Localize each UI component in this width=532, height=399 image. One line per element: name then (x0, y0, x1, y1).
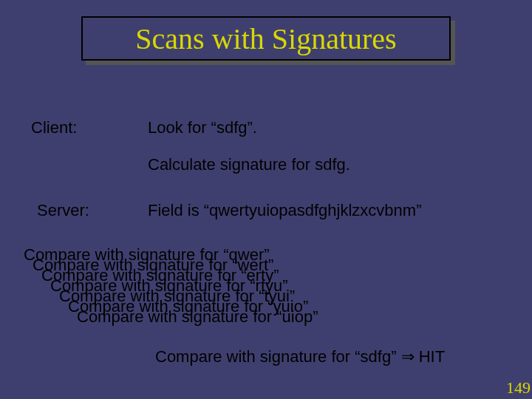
client-line-2: Calculate signature for sdfg. (148, 155, 350, 174)
server-line-1: Field is “qwertyuiopasdfghjklzxcvbnm” (148, 201, 421, 220)
implies-icon: ⇒ (401, 347, 415, 366)
compare-cascade: Compare with signature for “qwer” Compar… (24, 250, 318, 322)
hit-prefix: Compare with signature for “sdfg” (155, 347, 401, 366)
slide-title: Scans with Signatures (135, 22, 396, 55)
page-number: 149 (506, 378, 531, 398)
client-label: Client: (31, 118, 77, 137)
server-label: Server: (37, 201, 89, 220)
title-container: Scans with Signatures (81, 16, 451, 61)
client-line-1: Look for “sdfg”. (148, 118, 257, 137)
cascade-line-7: Compare with signature for “uiop” (77, 312, 318, 322)
hit-suffix: HIT (415, 347, 446, 366)
hit-line: Compare with signature for “sdfg” ⇒ HIT (155, 347, 445, 366)
title-box: Scans with Signatures (81, 16, 451, 61)
slide: Scans with Signatures Client: Look for “… (0, 0, 532, 399)
